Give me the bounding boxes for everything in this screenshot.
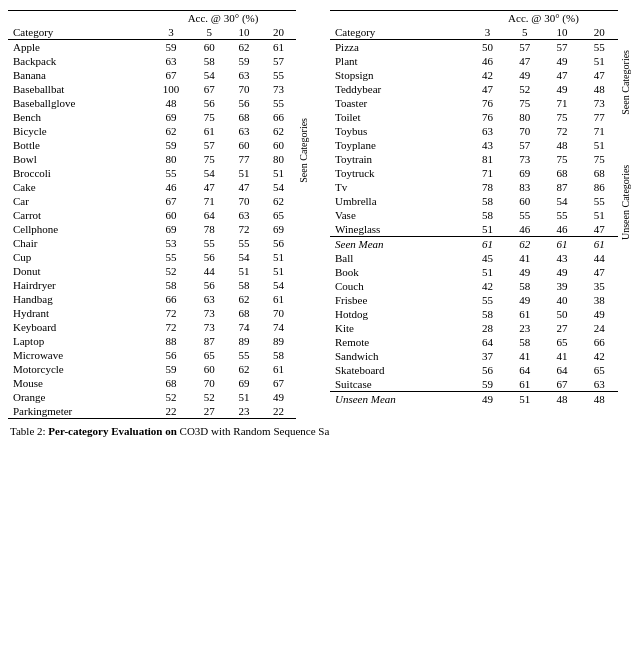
table-row: Keyboard 72737474 [8, 320, 296, 334]
right-cat-header: Category [330, 25, 469, 40]
table-row: Donut 52445151 [8, 264, 296, 278]
table-row: Toilet76807577 [330, 110, 618, 124]
table-row: Baseballbat 100677073 [8, 82, 296, 96]
cell: 59 [150, 40, 192, 55]
caption-bold: Per-category Evaluation on [48, 425, 177, 437]
table-row: Toaster76757173 [330, 96, 618, 110]
right-acc-header: Acc. @ 30° (%) [469, 11, 618, 26]
table-row: Cellphone 69787269 [8, 222, 296, 236]
table-row: Teddybear47524948 [330, 82, 618, 96]
table-row: Backpack 63585957 [8, 54, 296, 68]
left-seen-label: Seen Categories [298, 118, 309, 183]
left-cat-header: Category [8, 25, 150, 40]
table-row: Ball45414344 [330, 251, 618, 265]
table-row: Toytrain81737575 [330, 152, 618, 166]
table-row: Apple 59 60 62 61 [8, 40, 296, 55]
left-col-5: 5 [192, 25, 227, 40]
table-row: Kite28232724 [330, 321, 618, 335]
table-row: Vase58555551 [330, 208, 618, 222]
table-row: Handbag 66636261 [8, 292, 296, 306]
table-row: Frisbee55494038 [330, 293, 618, 307]
cell: 62 [227, 40, 262, 55]
table-row: Banana 67546355 [8, 68, 296, 82]
table-row: Tv78838786 [330, 180, 618, 194]
table-row: Bowl 80757780 [8, 152, 296, 166]
left-col-20: 20 [261, 25, 296, 40]
caption-prefix: Table 2: [10, 425, 48, 437]
table-row: Wineglass51464647 [330, 222, 618, 237]
table-row: Bench 69756866 [8, 110, 296, 124]
table-row: Broccoli 55545151 [8, 166, 296, 180]
table-caption: Table 2: Per-category Evaluation on CO3D… [8, 425, 632, 437]
table-row: Sandwich37414142 [330, 349, 618, 363]
table-row: Microwave 56655558 [8, 348, 296, 362]
left-col-10: 10 [227, 25, 262, 40]
left-col-header-row: Category 3 5 10 20 [8, 25, 296, 40]
table-row: Hairdryer 58565854 [8, 278, 296, 292]
right-table: Acc. @ 30° (%) Category 3 5 10 20 Pizza5… [330, 10, 618, 406]
right-unseen-label: Unseen Categories [618, 137, 632, 267]
right-acc-header-row: Acc. @ 30° (%) [330, 11, 618, 26]
right-col-20: 20 [581, 25, 618, 40]
table-row: Suitcase59616763 [330, 377, 618, 392]
table-row: Toyplane43574851 [330, 138, 618, 152]
table-row: Baseballglove 48565655 [8, 96, 296, 110]
table-row: Orange 52525149 [8, 390, 296, 404]
table-row: Car 67717062 [8, 194, 296, 208]
table-row: Laptop 88878989 [8, 334, 296, 348]
table-row: Parkingmeter 22 27 23 22 [8, 404, 296, 419]
left-table: Acc. @ 30° (%) Category 3 5 10 20 Apple … [8, 10, 296, 419]
table-row: Cup 55565451 [8, 250, 296, 264]
cell: 61 [261, 40, 296, 55]
table-row: Carrot 60646365 [8, 208, 296, 222]
table-row: Plant46474951 [330, 54, 618, 68]
table-row: Motorcycle 59606261 [8, 362, 296, 376]
table-row: Bottle 59576060 [8, 138, 296, 152]
table-row: Bicycle 62616362 [8, 124, 296, 138]
table-row: Toytruck71696868 [330, 166, 618, 180]
left-acc-header-row: Acc. @ 30° (%) [8, 11, 296, 26]
table-row: Umbrella58605455 [330, 194, 618, 208]
cell: 60 [192, 40, 227, 55]
unseen-mean-row: Unseen Mean 49 51 48 48 [330, 392, 618, 407]
right-col-header-row: Category 3 5 10 20 [330, 25, 618, 40]
left-col-3: 3 [150, 25, 192, 40]
table-row: Toybus63707271 [330, 124, 618, 138]
table-row: Chair 53555556 [8, 236, 296, 250]
table-row: Pizza50575755 [330, 40, 618, 55]
right-col-10: 10 [543, 25, 580, 40]
seen-mean-row: Seen Mean 61 62 61 61 [330, 237, 618, 252]
right-col-3: 3 [469, 25, 506, 40]
left-acc-header: Acc. @ 30° (%) [150, 11, 296, 26]
table-row: Cake 46474754 [8, 180, 296, 194]
caption-normal: CO3D with Random Sequence Sa [177, 425, 329, 437]
table-row: Hotdog58615049 [330, 307, 618, 321]
table-row: Mouse 68706967 [8, 376, 296, 390]
table-row: Book51494947 [330, 265, 618, 279]
table-row: Remote64586566 [330, 335, 618, 349]
table-row: Stopsign42494747 [330, 68, 618, 82]
table-row: Hydrant 72736870 [8, 306, 296, 320]
table-row: Couch42583935 [330, 279, 618, 293]
right-col-5: 5 [506, 25, 543, 40]
table-row: Skateboard56646465 [330, 363, 618, 377]
apple-label: Apple [8, 40, 150, 55]
right-seen-label: Seen Categories [618, 50, 632, 115]
